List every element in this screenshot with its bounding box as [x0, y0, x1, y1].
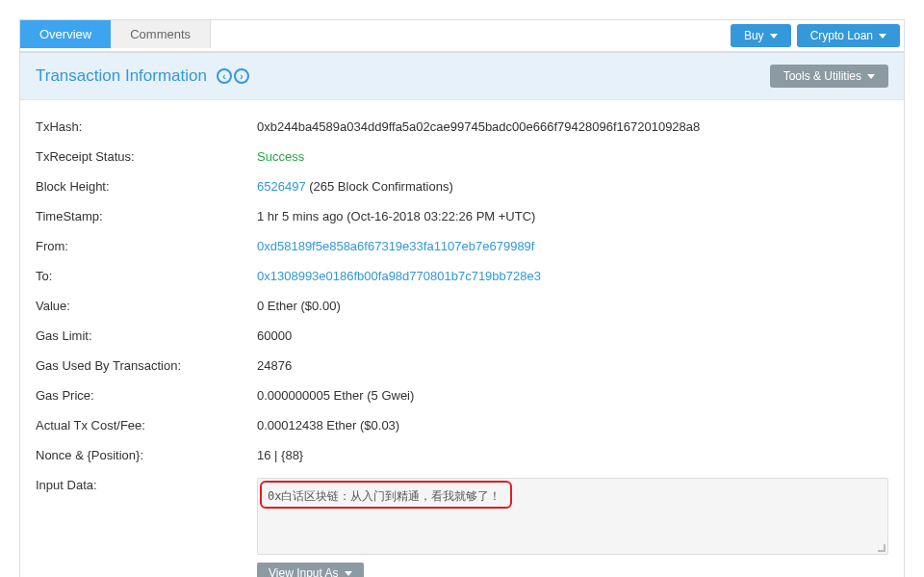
view-input-wrap: View Input As Default View UTF-8 Origina… [257, 563, 888, 577]
row-txhash: TxHash: 0xb244ba4589a034dd9ffa5a02cae997… [36, 119, 888, 134]
caret-down-icon [345, 571, 352, 576]
blockheight-suffix: (265 Block Confirmations) [306, 179, 453, 194]
label-blockheight: Block Height: [36, 179, 257, 194]
row-blockheight: Block Height: 6526497 (265 Block Confirm… [36, 179, 888, 194]
prev-arrow-icon[interactable]: ‹ [217, 68, 232, 84]
value-gasprice: 0.000000005 Ether (5 Gwei) [257, 388, 888, 403]
value-eth: 0 Ether ($0.00) [257, 299, 888, 313]
value-blockheight: 6526497 (265 Block Confirmations) [257, 179, 888, 194]
buy-button-label: Buy [744, 29, 764, 42]
tab-overview[interactable]: Overview [20, 20, 111, 48]
next-arrow-icon[interactable]: › [234, 68, 249, 84]
tab-comments[interactable]: Comments [111, 20, 211, 48]
top-buttons: Buy Crypto Loan [727, 20, 904, 51]
label-to: To: [36, 269, 257, 283]
label-nonce: Nonce & {Position}: [36, 448, 257, 462]
label-gaslimit: Gas Limit: [36, 328, 257, 343]
sub-header: Transaction Information ‹ › Tools & Util… [20, 53, 904, 100]
label-txcost: Actual Tx Cost/Fee: [36, 418, 257, 433]
crypto-loan-button-label: Crypto Loan [810, 29, 873, 42]
top-bar: Overview Comments Buy Crypto Loan [20, 20, 904, 53]
value-txreceipt: Success [257, 149, 888, 164]
value-gaslimit: 60000 [257, 328, 888, 343]
caret-down-icon [770, 34, 778, 39]
input-data-highlight: 0x白话区块链：从入门到精通，看我就够了！ [260, 481, 512, 509]
row-gasused: Gas Used By Transaction: 24876 [36, 358, 888, 373]
tabs: Overview Comments [20, 20, 211, 48]
view-input-label: View Input As [269, 566, 339, 577]
caret-down-icon [879, 34, 886, 39]
row-to: To: 0x1308993e0186fb00fa98d770801b7c719b… [36, 269, 888, 283]
tools-utilities-label: Tools & Utilities [783, 69, 861, 83]
row-value: Value: 0 Ether ($0.00) [36, 299, 888, 313]
row-txcost: Actual Tx Cost/Fee: 0.00012438 Ether ($0… [36, 418, 888, 433]
row-nonce: Nonce & {Position}: 16 | {88} [36, 448, 888, 462]
label-timestamp: TimeStamp: [36, 209, 257, 223]
value-inputdata-wrap: 0x白话区块链：从入门到精通，看我就够了！ 0x白话区块链：从入门到精通，看我就… [257, 478, 888, 577]
crypto-loan-button[interactable]: Crypto Loan [797, 24, 900, 47]
value-nonce: 16 | {88} [257, 448, 888, 462]
to-link[interactable]: 0x1308993e0186fb00fa98d770801b7c719bb728… [257, 269, 541, 283]
from-link[interactable]: 0xd58189f5e858a6f67319e33fa1107eb7e67998… [257, 239, 534, 253]
resize-handle-icon[interactable] [874, 540, 886, 552]
row-gaslimit: Gas Limit: 60000 [36, 328, 888, 343]
value-timestamp: 1 hr 5 mins ago (Oct-16-2018 03:22:26 PM… [257, 209, 888, 223]
row-timestamp: TimeStamp: 1 hr 5 mins ago (Oct-16-2018 … [36, 209, 888, 223]
label-gasused: Gas Used By Transaction: [36, 358, 257, 373]
label-value: Value: [36, 299, 257, 313]
row-from: From: 0xd58189f5e858a6f67319e33fa1107eb7… [36, 239, 888, 253]
blockheight-link[interactable]: 6526497 [257, 179, 306, 194]
value-txcost: 0.00012438 Ether ($0.03) [257, 418, 888, 433]
tools-utilities-button[interactable]: Tools & Utilities [770, 65, 888, 88]
row-inputdata: Input Data: 0x白话区块链：从入门到精通，看我就够了！ 0x白话区块… [36, 478, 888, 577]
label-inputdata: Input Data: [36, 478, 257, 492]
row-txreceipt: TxReceipt Status: Success [36, 149, 888, 164]
value-txhash: 0xb244ba4589a034dd9ffa5a02cae99745badc00… [257, 119, 888, 134]
value-gasused: 24876 [257, 358, 888, 373]
content: TxHash: 0xb244ba4589a034dd9ffa5a02cae997… [20, 100, 904, 577]
page-title-text: Transaction Information [36, 66, 207, 86]
label-from: From: [36, 239, 257, 253]
row-gasprice: Gas Price: 0.000000005 Ether (5 Gwei) [36, 388, 888, 403]
label-txhash: TxHash: [36, 119, 257, 134]
label-txreceipt: TxReceipt Status: [36, 149, 257, 164]
buy-button[interactable]: Buy [731, 24, 791, 47]
page-title: Transaction Information ‹ › [36, 66, 249, 86]
nav-arrows: ‹ › [217, 68, 249, 84]
label-gasprice: Gas Price: [36, 388, 257, 403]
caret-down-icon [867, 74, 875, 79]
view-input-button[interactable]: View Input As [257, 563, 364, 577]
